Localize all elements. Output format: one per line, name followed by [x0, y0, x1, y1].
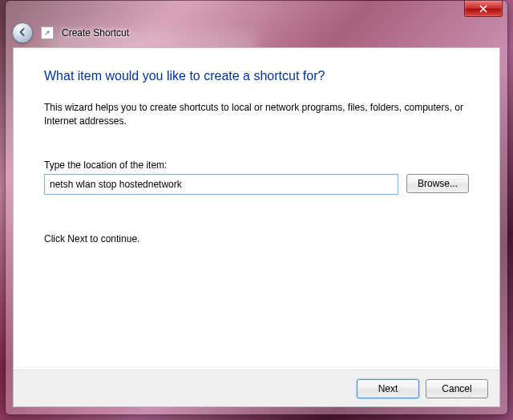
location-input[interactable] — [44, 174, 398, 195]
cancel-button[interactable]: Cancel — [426, 379, 488, 398]
wizard-description: This wizard helps you to create shortcut… — [44, 101, 469, 129]
close-icon — [479, 2, 487, 16]
wizard-footer: Next Cancel — [14, 370, 499, 406]
location-field-label: Type the location of the item: — [44, 160, 469, 171]
back-button[interactable] — [12, 22, 33, 43]
next-button[interactable]: Next — [357, 379, 419, 398]
titlebar — [6, 1, 507, 18]
browse-button[interactable]: Browse... — [406, 174, 469, 193]
wizard-body: What item would you like to create a sho… — [14, 48, 499, 370]
content-panel: What item would you like to create a sho… — [13, 47, 500, 407]
location-field-row: Browse... — [44, 174, 469, 195]
back-arrow-icon — [18, 26, 27, 40]
continue-hint: Click Next to continue. — [44, 233, 469, 244]
close-button[interactable] — [464, 1, 503, 17]
wizard-heading: What item would you like to create a sho… — [44, 69, 469, 83]
window-title: Create Shortcut — [62, 27, 129, 38]
wizard-window: ↗ Create Shortcut What item would you li… — [5, 0, 508, 415]
shortcut-wizard-icon: ↗ — [41, 26, 54, 39]
navigation-bar: ↗ Create Shortcut — [6, 18, 507, 47]
